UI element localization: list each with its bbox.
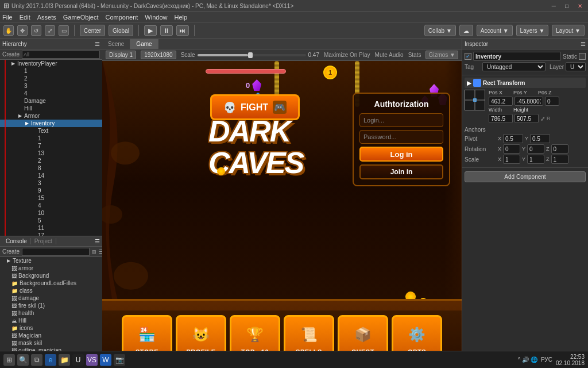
resolution-selector[interactable]: 1920x1080	[141, 51, 176, 59]
tree-item-inventory[interactable]: ▶Inventory	[0, 120, 102, 127]
task-view-icon[interactable]: ⧉	[31, 354, 42, 366]
gizmos-btn[interactable]: Gizmos ▼	[425, 51, 458, 59]
display-selector[interactable]: Display 1	[106, 51, 136, 59]
close-button[interactable]: ✕	[575, 3, 585, 9]
taskbar-unity-icon[interactable]: U	[72, 354, 84, 366]
scale-slider-handle[interactable]	[248, 52, 253, 58]
tree-item-1[interactable]: 1	[0, 67, 102, 75]
tree-item-damage[interactable]: Damage	[0, 97, 102, 105]
tab-game[interactable]: Game	[130, 39, 158, 49]
tab-project[interactable]: Project	[31, 238, 56, 244]
project-item-health[interactable]: 🖼health	[0, 309, 102, 317]
static-checkbox[interactable]	[579, 53, 586, 60]
menu-help[interactable]: Help	[174, 14, 187, 21]
hierarchy-search[interactable]	[22, 51, 100, 59]
project-item-armor[interactable]: 🖼armor	[0, 264, 102, 272]
tree-item-inv-7[interactable]: 7	[0, 142, 102, 150]
tree-item-text[interactable]: Text	[0, 127, 102, 135]
rect-tool[interactable]: ▭	[59, 25, 69, 36]
project-item-damage[interactable]: 🖼damage	[0, 294, 102, 302]
project-create-btn[interactable]: Create	[2, 248, 20, 255]
pause-button[interactable]: ⏸	[160, 25, 173, 36]
center-button[interactable]: Center	[80, 25, 105, 36]
menu-component[interactable]: Component	[105, 14, 138, 21]
tree-item-inv-2[interactable]: 2	[0, 157, 102, 164]
pivot-y-input[interactable]	[530, 134, 550, 143]
tree-item-inv-17[interactable]: 17	[0, 232, 102, 236]
play-button[interactable]: ▶	[144, 25, 157, 36]
anchor-visualizer[interactable]	[465, 90, 485, 110]
scale-x-input[interactable]	[503, 155, 520, 164]
fight-button[interactable]: 💀 FIGHT 🎮	[210, 94, 300, 120]
scale-tool[interactable]: ⤢	[45, 25, 55, 36]
collab-button[interactable]: Collab ▼	[424, 25, 456, 36]
tree-item-inv-14[interactable]: 14	[0, 172, 102, 179]
tree-item-inv-1[interactable]: 1	[0, 135, 102, 142]
tree-item-inv-11[interactable]: 11	[0, 224, 102, 232]
tree-item-inv-15[interactable]: 15	[0, 194, 102, 202]
project-item-texture[interactable]: ▶Texture	[0, 257, 102, 264]
project-item-hill[interactable]: ⛰Hill	[0, 317, 102, 324]
layers-button[interactable]: Layers ▼	[516, 25, 549, 36]
tag-selector[interactable]: Untagged	[482, 62, 546, 71]
tree-item-4[interactable]: 4	[0, 90, 102, 97]
mute-audio-btn[interactable]: Mute Audio	[375, 52, 404, 58]
move-tool[interactable]: ✥	[17, 25, 28, 36]
maximize-on-play-btn[interactable]: Maximize On Play	[324, 52, 370, 58]
layer-selector[interactable]: UI	[566, 62, 586, 71]
project-item-background[interactable]: 🖼Background	[0, 272, 102, 279]
word-icon[interactable]: W	[100, 354, 111, 366]
tab-console[interactable]: Console	[2, 238, 31, 244]
panel-menu-icon[interactable]: ☰	[95, 238, 100, 244]
tree-item-inv-8[interactable]: 8	[0, 164, 102, 172]
vs-icon[interactable]: VS	[86, 354, 98, 366]
tree-item-inv-4[interactable]: 4	[0, 202, 102, 209]
project-item-fireskil[interactable]: 🖼fire skil (1)	[0, 302, 102, 309]
pos-y-input[interactable]	[514, 97, 543, 106]
project-search[interactable]	[22, 248, 90, 256]
explorer-icon[interactable]: 📁	[59, 354, 70, 366]
start-button[interactable]: ⊞	[3, 354, 15, 366]
minimize-button[interactable]: ─	[550, 3, 558, 9]
expand-icon[interactable]: ▶	[467, 80, 471, 86]
login-input[interactable]	[359, 113, 443, 127]
tree-item-inv-13[interactable]: 13	[0, 150, 102, 157]
cloud-button[interactable]: ☁	[459, 25, 473, 36]
rot-x-input[interactable]	[503, 144, 520, 154]
menu-gameobject[interactable]: GameObject	[63, 14, 99, 21]
hand-tool[interactable]: ✋	[3, 25, 14, 36]
project-icons-btn[interactable]: ⊞	[92, 249, 96, 255]
pivot-x-input[interactable]	[503, 134, 523, 143]
tree-item-inv-9[interactable]: 9	[0, 187, 102, 194]
tab-scene[interactable]: Scene	[102, 39, 130, 49]
tree-item-inv-5[interactable]: 5	[0, 217, 102, 224]
join-button[interactable]: Join in	[359, 164, 443, 179]
global-button[interactable]: Global	[109, 25, 133, 36]
menu-edit[interactable]: Edit	[20, 14, 30, 21]
hierarchy-menu-icon[interactable]: ☰	[95, 41, 100, 47]
scale-z-input[interactable]	[551, 155, 568, 164]
maximize-button[interactable]: □	[563, 3, 571, 9]
tree-item-2[interactable]: 2	[0, 75, 102, 82]
search-icon[interactable]: 🔍	[17, 354, 29, 366]
add-component-button[interactable]: Add Component	[465, 171, 586, 182]
width-input[interactable]	[489, 114, 513, 123]
inspector-menu-icon[interactable]: ☰	[581, 41, 586, 47]
app-icon-4[interactable]: 📷	[114, 354, 125, 366]
tree-item-hill[interactable]: Hill	[0, 105, 102, 112]
layout-button[interactable]: Layout ▼	[552, 25, 585, 36]
project-item-maskskil[interactable]: 🖼mask skil	[0, 339, 102, 347]
project-item-bgloadfiles[interactable]: 📁BackgroundLoadFilles	[0, 279, 102, 287]
menu-file[interactable]: File	[2, 14, 13, 21]
login-button[interactable]: Log in	[359, 147, 443, 162]
tree-item-armor[interactable]: ▶Armor	[0, 112, 102, 120]
titlebar-controls[interactable]: ─ □ ✕	[550, 3, 585, 9]
rot-z-input[interactable]	[551, 144, 568, 154]
stats-btn[interactable]: Stats	[408, 52, 421, 58]
stretch-icon[interactable]: ⤢	[540, 116, 545, 122]
project-item-class[interactable]: 📁class	[0, 287, 102, 294]
step-button[interactable]: ⏭	[176, 25, 189, 36]
tree-item-inv-10[interactable]: 10	[0, 209, 102, 217]
component-enabled-checkbox[interactable]	[465, 53, 471, 60]
rotate-tool[interactable]: ↺	[31, 25, 41, 36]
